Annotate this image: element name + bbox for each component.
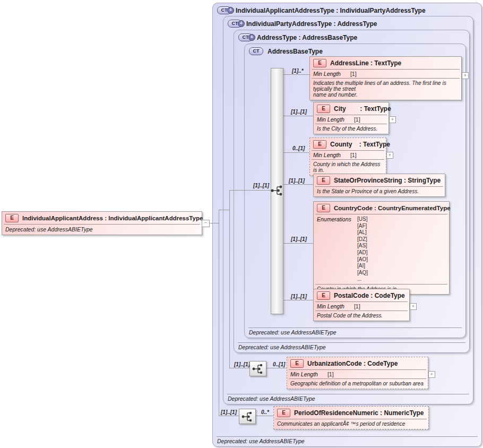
xsd-diagram: CT+ IndividualApplicantAddressType : Ind… (0, 0, 483, 448)
element-icon: E (317, 105, 330, 113)
element-description: Communicates an applicantÃ¢ ™s period of… (274, 419, 428, 429)
expand-toggle[interactable]: + (462, 72, 469, 79)
facet-value: [1] (354, 303, 360, 309)
element-title: City : TextType (334, 105, 391, 113)
element-title: UrbanizationCode : CodeType (307, 360, 398, 367)
ct-box-title: IndividualApplicantAddressType : Individ… (236, 7, 426, 14)
enumeration-value: [US] (357, 216, 368, 223)
enumeration-value: [AF] (357, 223, 368, 230)
sequence-icon (270, 184, 284, 197)
element-title: PostalCode : CodeType (334, 292, 405, 299)
connector-line (265, 368, 287, 368)
element-box-state-or-province-string[interactable]: EStateOrProvinceString : StringType Is t… (313, 174, 445, 197)
connector-line (282, 300, 313, 300)
connector-line (282, 74, 309, 75)
element-box-city[interactable]: ECity : TextType Min Length[1] Is the Ci… (313, 102, 389, 134)
element-icon: E (317, 291, 330, 300)
facet-value: [1] (354, 116, 360, 123)
facet-label: Min Length (313, 152, 341, 158)
element-icon: E (5, 214, 19, 222)
connector-line (229, 190, 230, 368)
element-description: Postal Code of the Address. (314, 311, 409, 321)
deprecated-note: Deprecated: use AddressABIEType (217, 436, 478, 445)
connector-line (282, 152, 309, 153)
cardinality-label: [1]..[1] (291, 109, 307, 115)
connector-line (219, 210, 219, 416)
facet-value: [1] (350, 152, 357, 158)
ct-header: CT AddressBaseType (245, 44, 465, 56)
connector-line (282, 243, 313, 244)
derivation-plus-icon: + (238, 20, 245, 27)
connector-line (209, 223, 219, 223)
element-box-county[interactable]: ECounty : TextType Min Length[1] County … (309, 137, 386, 176)
cardinality-label: [1]..[1] (221, 409, 237, 415)
element-icon: E (317, 176, 330, 185)
element-box-postal-code[interactable]: EPostalCode : CodeType Min Length[1] Pos… (313, 289, 410, 321)
sequence-box[interactable] (249, 361, 266, 376)
ct-box-title: AddressType : AddressBaseType (257, 34, 357, 41)
element-box-address-line[interactable]: EAddressLine : TextType Min Length[1] In… (309, 56, 462, 100)
cardinality-label: 0..[1] (292, 145, 305, 151)
root-element-box[interactable]: EIndividualApplicantAddress : Individual… (2, 211, 202, 235)
sequence-box[interactable] (239, 409, 256, 424)
cardinality-label: [1]..[1] (291, 236, 307, 242)
ct-header: CT+ IndividualPartyAddressType : Address… (223, 16, 473, 29)
connector-line (219, 416, 239, 416)
element-title: PeriodOfResidenceNumeric : NumericType (294, 409, 424, 417)
enumeration-value: [AS] (357, 243, 368, 249)
facet-label: Min Length (313, 71, 341, 77)
cardinality-label: [1]..[1] (234, 361, 250, 367)
cardinality-label: [1]..[1] (253, 183, 269, 188)
enumeration-values: [US] [AF] [AL] [DZ] [AS] [AD] [AO] [AI] … (357, 216, 368, 283)
ct-header: CT+ AddressType : AddressBaseType (234, 30, 469, 42)
derivation-plus-icon: + (248, 34, 255, 41)
enumeration-value: [AO] (357, 256, 368, 263)
element-title: AddressLine : TextType (330, 59, 401, 67)
connector-line (229, 368, 249, 368)
element-icon: E (317, 204, 330, 212)
element-icon: E (313, 140, 326, 149)
element-description: Is the State or Province of a given Addr… (314, 187, 445, 196)
element-box-urbanization-code[interactable]: EUrbanizationCode : CodeType Min Length[… (287, 357, 428, 389)
expand-toggle[interactable]: + (428, 371, 435, 378)
complex-type-icon: CT+ (238, 33, 253, 41)
expand-toggle[interactable]: + (389, 116, 396, 123)
ct-header: CT+ IndividualApplicantAddressType : Ind… (213, 3, 481, 15)
complex-type-icon: CT (249, 47, 263, 55)
deprecated-note: Deprecated: use AddressABIEType (227, 394, 469, 402)
enumeration-value: [DZ] (357, 236, 368, 243)
facet-label: Min Length (290, 371, 318, 377)
derivation-plus-icon: + (227, 7, 234, 14)
cardinality-label: [1]..[1] (289, 178, 305, 184)
deprecated-note: Deprecated: use AddressABIEType (248, 328, 462, 336)
facet-label: Min Length (317, 303, 344, 309)
element-title: StateOrProvinceString : StringType (334, 177, 441, 184)
complex-type-icon: CT+ (228, 20, 242, 28)
element-icon: E (290, 359, 304, 368)
enumeration-value: ... (357, 276, 368, 283)
element-box-country-code[interactable]: ECountryCode : CountryEnumeratedType Enu… (313, 201, 450, 295)
connector-line (282, 184, 313, 185)
enumeration-value: [AQ] (357, 270, 368, 277)
element-icon: E (313, 59, 326, 67)
cardinality-label: [1]..* (292, 68, 304, 74)
element-title: County : TextType (330, 141, 390, 148)
deprecated-note: Deprecated: use AddressABIEType (238, 342, 465, 351)
connector-line (255, 416, 273, 416)
cardinality-label: 0..[1] (273, 361, 285, 367)
facet-value: [1] (350, 71, 357, 77)
enumeration-value: [AI] (357, 263, 368, 270)
cardinality-label: [1]..[1] (291, 294, 307, 299)
element-box-period-of-residence-numeric[interactable]: EPeriodOfResidenceNumeric : NumericType … (273, 406, 429, 429)
complex-type-icon: CT+ (217, 6, 231, 14)
expand-toggle[interactable]: + (386, 152, 393, 159)
ct-box-title: IndividualPartyAddressType : AddressType (246, 20, 377, 28)
expand-toggle[interactable]: + (410, 303, 417, 310)
sequence-icon (241, 411, 254, 423)
ct-box-title: AddressBaseType (268, 48, 323, 55)
enumeration-value: [AD] (357, 249, 368, 256)
element-description: Geographic definition of a metropolitan … (287, 379, 428, 389)
connector-line (219, 210, 230, 210)
enumerations-label: Enumerations (317, 216, 352, 283)
collapse-toggle[interactable]: − (202, 220, 210, 227)
